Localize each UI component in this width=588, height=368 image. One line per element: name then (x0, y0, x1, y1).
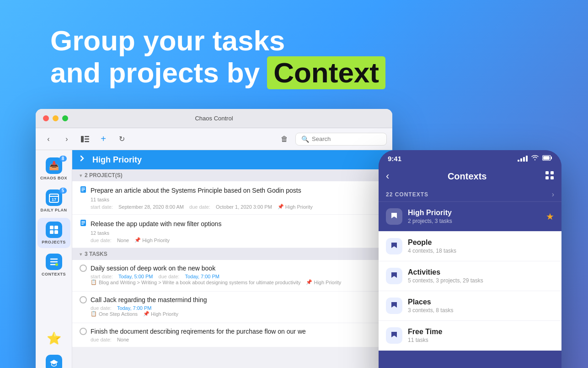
context-item-people[interactable]: People 4 contexts, 18 tasks (379, 232, 561, 261)
svg-rect-22 (543, 156, 550, 160)
svg-rect-8 (54, 226, 58, 229)
delete-button[interactable]: 🗑 (277, 132, 292, 146)
breadcrumb-icon: 📋 (91, 311, 97, 317)
context-list: High Priority 2 projects, 3 tasks ★ Peop… (379, 202, 561, 351)
task-item: Prepare an article about the Systems Pri… (72, 181, 392, 215)
task-title-row: Finish the document describing reqiremen… (80, 328, 385, 335)
task3-start-date: Today, 5:00 PM (118, 274, 153, 279)
task-checkbox[interactable] (80, 265, 87, 272)
close-dot[interactable] (43, 115, 49, 121)
svg-marker-12 (50, 360, 58, 364)
back-button[interactable]: ‹ (41, 132, 56, 146)
forward-button[interactable]: › (59, 132, 74, 146)
graduation-icon (46, 355, 62, 368)
signal-icon (518, 156, 528, 162)
context-item-activities[interactable]: Activities 5 contexts, 3 projects, 29 ta… (379, 261, 561, 291)
minimize-dot[interactable] (53, 115, 59, 121)
task1-due-label: due date: (189, 204, 210, 210)
task1-count: 11 tasks (80, 197, 385, 202)
context-name-places: Places (408, 298, 554, 306)
hero-highlight: Context (267, 56, 385, 89)
task1-meta-row: start date: September 28, 2020 8:00 AM d… (80, 204, 385, 210)
sidebar-item-projects[interactable]: PROJECTS (37, 218, 70, 248)
context-info-high-priority: High Priority 2 projects, 3 tasks (408, 209, 540, 224)
search-input[interactable] (312, 135, 381, 142)
task1-due-date: October 1, 2020 3:00 PM (216, 204, 272, 210)
window-title: Chaos Control (195, 115, 233, 122)
context-item-places[interactable]: Places 3 contexts, 8 tasks (379, 291, 561, 321)
task-item: Daily session of deep work on the new bo… (72, 260, 392, 292)
context-item-high-priority[interactable]: High Priority 2 projects, 3 tasks ★ (379, 202, 561, 232)
group2-header: ▾ 3 TASKS (72, 248, 392, 260)
window-controls (43, 115, 68, 121)
contexts-icon (46, 254, 62, 270)
group1-header: ▾ 2 PROJECT(S) (72, 169, 392, 181)
search-box[interactable]: 🔍 (295, 133, 387, 146)
projects-icon (46, 222, 62, 238)
task3-meta-row: start date: Today, 5:00 PM due date: Tod… (80, 274, 385, 279)
svg-rect-1 (85, 136, 89, 137)
task4-due-date: Today, 7:00 PM (117, 305, 152, 311)
sidebar-item-contexts[interactable]: CONTEXTS (37, 250, 70, 280)
daily-plan-badge: 5 (59, 188, 67, 194)
context-sub-people: 4 contexts, 18 tasks (408, 248, 554, 254)
context-icon-activities (386, 268, 402, 284)
task2-due-label: due date: (91, 238, 112, 243)
task2-due-date: None (117, 238, 129, 243)
sidebar-toggle-button[interactable] (78, 132, 92, 146)
context-icon-high-priority (386, 208, 402, 225)
sidebar-item-daily-plan[interactable]: 5 17 DAILY PLAN (37, 186, 70, 216)
phone-grid-icon[interactable] (545, 171, 554, 182)
svg-rect-20 (81, 224, 84, 225)
contexts-count-text: 22 CONTEXTS (386, 191, 428, 198)
phone-header-title: Contexts (448, 171, 487, 182)
svg-rect-19 (81, 222, 85, 223)
context-info-activities: Activities 5 contexts, 3 projects, 29 ta… (408, 268, 554, 284)
wifi-icon (531, 155, 539, 162)
window-titlebar: Chaos Control (36, 109, 392, 128)
section-header-icon (80, 155, 88, 165)
context-sub-high-priority: 2 projects, 3 tasks (408, 218, 540, 224)
context-icon-people (386, 238, 402, 254)
svg-rect-18 (81, 221, 85, 222)
desktop-window: Chaos Control ‹ › + ↻ 🗑 🔍 8 📥 (36, 109, 392, 368)
task3-title: Daily session of deep work on the new bo… (91, 265, 215, 272)
svg-rect-25 (545, 176, 549, 179)
svg-rect-26 (551, 176, 554, 179)
context-icon-places (386, 298, 402, 314)
svg-rect-0 (81, 136, 84, 142)
refresh-button[interactable]: ↻ (114, 132, 129, 146)
task-title-row: Release the app update with new filter o… (80, 219, 385, 228)
add-button[interactable]: + (96, 132, 111, 146)
task-item: Release the app update with new filter o… (72, 215, 392, 248)
sidebar-label-daily-plan: DAILY PLAN (40, 208, 67, 212)
task1-start-date: September 28, 2020 8:00 AM (118, 204, 184, 210)
task-checkbox[interactable] (80, 328, 87, 335)
maximize-dot[interactable] (62, 115, 68, 121)
task-item: Finish the document describing reqiremen… (72, 323, 392, 347)
task-checkbox[interactable] (80, 296, 87, 303)
phone-back-button[interactable]: ‹ (386, 170, 389, 182)
task4-due-label: due date: (91, 305, 112, 311)
sidebar-item-starred[interactable]: ⭐ (37, 327, 70, 350)
task3-start-label: start date: (91, 274, 113, 279)
context-sub-free-time: 11 tasks (408, 337, 554, 343)
context-item-free-time[interactable]: Free Time 11 tasks (379, 321, 561, 351)
task2-count: 12 tasks (80, 230, 385, 236)
task3-breadcrumb: 📋 Blog and Writing > Writing > Write a b… (80, 279, 385, 285)
task1-tag: 📌 High Priority (278, 204, 313, 210)
task4-title: Call Jack regarding the mastermind thing (91, 296, 207, 303)
sidebar-item-chaos-box[interactable]: 8 📥 CHAOS BOX (37, 154, 70, 184)
sidebar-item-graduation[interactable] (37, 352, 70, 368)
svg-rect-24 (551, 171, 554, 174)
svg-rect-15 (81, 189, 85, 190)
group2-arrow: ▾ (80, 252, 82, 257)
svg-rect-23 (545, 171, 549, 174)
window-toolbar: ‹ › + ↻ 🗑 🔍 (36, 128, 392, 150)
context-name-people: People (408, 238, 554, 247)
main-content: High Priority ▾ 2 PROJECT(S) (72, 150, 392, 368)
task5-due-label: due date: (91, 337, 112, 342)
hero-section: Group your tasks and projects by Context (50, 25, 385, 89)
hero-line1: Group your tasks (50, 25, 385, 56)
phone-time: 9:41 (388, 155, 401, 162)
